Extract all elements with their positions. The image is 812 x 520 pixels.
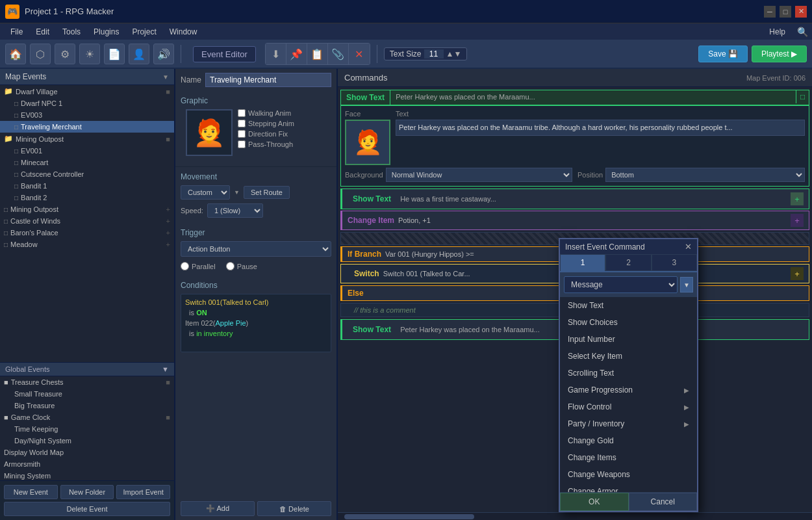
menu-help[interactable]: Help (763, 26, 792, 38)
save-button[interactable]: Save 💾 (698, 46, 748, 62)
menu-edit[interactable]: Edit (29, 26, 56, 38)
note-button[interactable]: 📄 (104, 44, 125, 64)
change-item-row[interactable]: Change Item Potion, +1 + (340, 211, 809, 230)
tree-item-dwarf-npc1[interactable]: □ Dwarf NPC 1 (0, 98, 174, 109)
dialog-dropdown[interactable]: Message Actor Party (564, 276, 678, 293)
dropdown-arrow[interactable]: ▼ (680, 277, 693, 292)
pin-button[interactable]: 📌 (286, 44, 307, 64)
trigger-select[interactable]: Action Button Player Touch Autorun (181, 241, 331, 257)
list-item-input-number[interactable]: Input Number (560, 331, 697, 348)
new-event-button[interactable]: New Event (4, 485, 58, 499)
list-item-show-text[interactable]: Show Text (560, 297, 697, 314)
list-item-party-inventory[interactable]: Party / Inventory (560, 415, 697, 432)
tree-item-ev003[interactable]: □ EV003 (0, 109, 174, 121)
delete-event-button[interactable]: Delete Event (4, 502, 170, 516)
tree-item-armorsmith[interactable]: Armorsmith (0, 458, 174, 470)
layers-button[interactable]: ⬡ (30, 44, 51, 64)
horizontal-scrollbar[interactable] (338, 512, 812, 520)
tree-item-bandit1[interactable]: □ Bandit 1 (0, 180, 174, 192)
tree-item-display-world[interactable]: Display World Map (0, 447, 174, 458)
tree-item-time-keeping[interactable]: Time Keeping (0, 423, 174, 435)
add-condition-button[interactable]: ➕ Add (181, 501, 255, 516)
tree-item-small-treasure[interactable]: Small Treasure (0, 388, 174, 400)
pos-select[interactable]: Bottom Middle Top (605, 168, 805, 182)
new-folder-button[interactable]: New Folder (60, 485, 114, 499)
tree-item-bandit2[interactable]: □ Bandit 2 (0, 192, 174, 203)
dialog-cancel-button[interactable]: Cancel (629, 493, 698, 511)
list-item-change-weapons[interactable]: Change Weapons (560, 466, 697, 483)
show-text-block-2[interactable]: Show Text He was a first time castaway..… (340, 188, 809, 209)
tree-item-meadow[interactable]: □ Meadow + (0, 239, 174, 250)
person-button[interactable]: 👤 (129, 44, 149, 64)
change-item-expand[interactable]: + (791, 214, 804, 227)
import-event-button[interactable]: Import Event (116, 485, 170, 499)
stepping-anim-check[interactable]: Stepping Anim (238, 120, 294, 127)
menu-file[interactable]: File (4, 26, 29, 38)
sound-button[interactable]: 🔊 (153, 44, 174, 64)
tree-item-daynight[interactable]: Day/Night System (0, 435, 174, 447)
show-text-expand-1[interactable]: □ (796, 90, 809, 103)
parallel-radio[interactable]: Parallel (181, 262, 216, 270)
menu-tools[interactable]: Tools (56, 26, 87, 38)
dialog-close-button[interactable]: ✕ (685, 242, 692, 252)
list-item-change-items[interactable]: Change Items (560, 449, 697, 466)
list-item-show-choices[interactable]: Show Choices (560, 314, 697, 331)
bg-select[interactable]: Normal Window Dim Transparent (386, 168, 572, 182)
walking-anim-check[interactable]: Walking Anim (238, 109, 294, 117)
tree-item-barons[interactable]: □ Baron's Palace + (0, 227, 174, 239)
list-item-select-key-item[interactable]: Select Key Item (560, 348, 697, 365)
dialog-ok-button[interactable]: OK (560, 493, 629, 511)
tree-item-mining-outpost[interactable]: 📁 Mining Outpost ■ (0, 133, 174, 145)
dialog-tab-2[interactable]: 2 (605, 254, 651, 271)
h-scroll-thumb[interactable] (344, 514, 474, 519)
move-type-select[interactable]: Custom Fixed Random (181, 185, 230, 200)
switch-expand[interactable]: + (791, 267, 804, 280)
list-item-game-progression[interactable]: Game Progression (560, 382, 697, 398)
sun-button[interactable]: ☀ (79, 44, 100, 64)
delete-condition-button[interactable]: 🗑 Delete (257, 501, 331, 516)
tree-item-mining-outpost2[interactable]: □ Mining Outpost + (0, 203, 174, 215)
name-input[interactable] (205, 73, 331, 87)
search-icon[interactable]: 🔍 (797, 27, 808, 37)
home-button[interactable]: 🏠 (5, 44, 26, 64)
tree-item-minecart[interactable]: □ Minecart (0, 157, 174, 168)
copy-button[interactable]: 📋 (307, 44, 328, 64)
delete-button[interactable]: ✕ (349, 44, 370, 64)
text-size-spinner[interactable]: ▲▼ (446, 49, 462, 58)
face-box[interactable]: 🧑‍🦰 (345, 120, 390, 165)
maximize-button[interactable]: □ (780, 6, 791, 18)
show-text-expand-2[interactable]: + (791, 192, 804, 205)
dialog-tab-3[interactable]: 3 (652, 254, 697, 271)
direction-fix-check[interactable]: Direction Fix (238, 130, 294, 138)
playtest-button[interactable]: Playtest ▶ (752, 46, 807, 62)
tree-item-cutscene[interactable]: □ Cutscene Controller (0, 168, 174, 180)
text-preview[interactable]: Peter Harkey was placed on the Maraamu t… (396, 120, 805, 136)
pass-through-check[interactable]: Pass-Through (238, 140, 294, 148)
download-button[interactable]: ⬇ (266, 44, 286, 64)
list-item-flow-control[interactable]: Flow Control (560, 398, 697, 415)
set-route-button[interactable]: Set Route (244, 186, 290, 199)
paste-button[interactable]: 📎 (328, 44, 349, 64)
sprite-preview[interactable]: 🧑‍🦰 (186, 109, 233, 156)
settings-button[interactable]: ⚙ (55, 44, 75, 64)
menu-plugins[interactable]: Plugins (87, 26, 125, 38)
list-item-scrolling-text[interactable]: Scrolling Text (560, 365, 697, 382)
tree-item-castle[interactable]: □ Castle of Winds + (0, 215, 174, 227)
tree-item-mining-system[interactable]: Mining System (0, 470, 174, 480)
show-text-header-1[interactable]: Show Text Peter Harkey was placed on the… (340, 90, 809, 105)
tree-item-game-clock[interactable]: ■ Game Clock ■ (0, 411, 174, 423)
tree-item-treasure-chests[interactable]: ■ Treasure Chests ■ (0, 376, 174, 388)
minimize-button[interactable]: ─ (764, 6, 776, 18)
speed-select[interactable]: 1 (Slow) 2 (Normal) 3 (Fast) (207, 203, 263, 218)
list-item-change-armor[interactable]: Change Armor (560, 483, 697, 492)
pause-radio[interactable]: Pause (226, 262, 257, 270)
menu-window[interactable]: Window (163, 26, 204, 38)
tree-item-dwarf-village[interactable]: 📁 Dwarf Village ■ (0, 85, 174, 98)
menu-project[interactable]: Project (125, 26, 162, 38)
tree-item-traveling-merchant[interactable]: □ Traveling Merchant (0, 121, 174, 133)
tree-item-big-treasure[interactable]: Big Treasure (0, 400, 174, 411)
text-size-input[interactable] (424, 49, 444, 58)
close-button[interactable]: ✕ (795, 6, 807, 18)
list-item-change-gold[interactable]: Change Gold (560, 432, 697, 449)
tree-item-ev001[interactable]: □ EV001 (0, 145, 174, 157)
